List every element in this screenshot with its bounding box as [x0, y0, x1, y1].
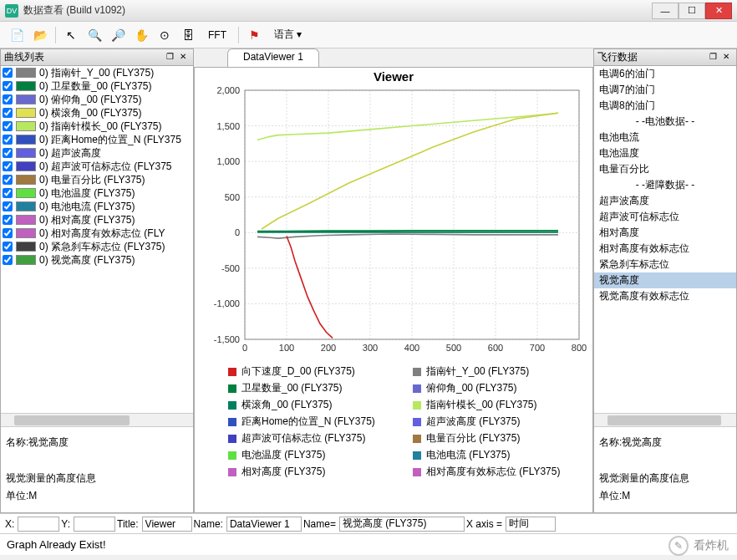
curve-row[interactable]: 0) 电池电流 (FLY375) [1, 200, 193, 213]
curve-row[interactable]: 0) 超声波可信标志位 (FLY375 [1, 160, 193, 173]
chart-area[interactable]: Viewer 0100200300400500600700800-1,500-1… [194, 67, 593, 513]
curve-checkbox[interactable] [3, 108, 13, 118]
curve-row[interactable]: 0) 指南针_Y_00 (FLY375) [1, 66, 193, 79]
svg-text:500: 500 [446, 343, 461, 353]
curve-label: 0) 超声波可信标志位 (FLY375 [39, 160, 171, 174]
zoom-fit-icon[interactable]: ⊙ [155, 25, 175, 45]
cursor-icon[interactable]: ↖ [61, 25, 81, 45]
curve-label: 0) 电池温度 (FLY375) [39, 186, 135, 201]
app-favicon: DV [5, 4, 18, 18]
curve-label: 0) 卫星数量_00 (FLY375) [39, 79, 152, 94]
flight-data-item[interactable]: 视觉高度 [594, 272, 736, 288]
flight-data-item[interactable]: 视觉高度有效标志位 [594, 288, 736, 304]
curve-row[interactable]: 0) 相对高度有效标志位 (FLY [1, 227, 193, 240]
flight-data-hscroll[interactable] [594, 413, 736, 426]
flight-data-item[interactable]: 相对高度 [594, 225, 736, 241]
panel-undock-icon[interactable]: ❐ [163, 52, 176, 64]
curve-checkbox[interactable] [3, 148, 13, 158]
curve-row[interactable]: 0) 紧急刹车标志位 (FLY375) [1, 240, 193, 253]
curve-checkbox[interactable] [3, 161, 13, 171]
hand-pan-icon[interactable]: ✋ [131, 25, 151, 45]
curve-checkbox[interactable] [3, 242, 13, 252]
flight-data-item[interactable]: 超声波高度 [594, 193, 736, 209]
tab-dataviewer1[interactable]: DataViewer 1 [227, 48, 319, 67]
minimize-button[interactable]: — [652, 3, 679, 19]
curve-list-hscroll[interactable] [1, 413, 193, 426]
curve-checkbox[interactable] [3, 215, 13, 225]
curve-label: 0) 横滚角_00 (FLY375) [39, 106, 142, 120]
curve-row[interactable]: 0) 视觉高度 (FLY375) [1, 253, 193, 267]
chart-plot[interactable]: 0100200300400500600700800-1,500-1,000-50… [195, 85, 587, 361]
status-name-input[interactable] [226, 517, 302, 532]
legend-label: 距离Home的位置_N (FLY375) [241, 415, 375, 429]
legend-item: 指南针_Y_00 (FLY375) [413, 364, 584, 379]
chart-legend: 向下速度_D_00 (FLY375)指南针_Y_00 (FLY375)卫星数量_… [195, 361, 592, 503]
status-xaxis-input[interactable] [506, 517, 556, 532]
curve-color-swatch [16, 255, 36, 265]
curve-checkbox[interactable] [3, 255, 13, 265]
curve-color-swatch [16, 148, 36, 158]
legend-label: 超声波高度 (FLY375) [426, 415, 520, 429]
curve-checkbox[interactable] [3, 94, 13, 104]
language-dropdown[interactable]: 语言 ▾ [267, 25, 308, 44]
curve-color-swatch [16, 215, 36, 225]
curve-row[interactable]: 0) 俯仰角_00 (FLY375) [1, 93, 193, 106]
curve-checkbox[interactable] [3, 188, 13, 198]
curve-list[interactable]: 0) 指南针_Y_00 (FLY375) 0) 卫星数量_00 (FLY375)… [1, 66, 193, 413]
curve-checkbox[interactable] [3, 135, 13, 145]
legend-label: 相对高度 (FLY375) [241, 465, 325, 479]
curve-row[interactable]: 0) 距离Home的位置_N (FLY375 [1, 133, 193, 146]
curve-checkbox[interactable] [3, 228, 13, 238]
status-title-input[interactable] [142, 517, 192, 532]
center-panel: DataViewer 1 Viewer 01002003004005006007… [194, 48, 593, 513]
curve-checkbox[interactable] [3, 81, 13, 91]
status-x-input[interactable] [18, 517, 59, 532]
status-bar: X: Y: Title: Name: Name= X axis = [0, 513, 737, 533]
flight-data-item[interactable]: 电量百分比 [594, 161, 736, 177]
panel-close-icon[interactable]: ✕ [719, 52, 733, 64]
svg-text:600: 600 [488, 343, 503, 353]
folder-open-icon[interactable]: 📂 [30, 25, 50, 45]
flight-data-item[interactable]: 相对高度有效标志位 [594, 241, 736, 257]
status-name2-input[interactable] [339, 517, 465, 532]
panel-close-icon[interactable]: ✕ [176, 52, 190, 64]
legend-item: 横滚角_00 (FLY375) [228, 398, 399, 412]
svg-text:-1,500: -1,500 [214, 334, 240, 344]
status-y-input[interactable] [74, 517, 115, 532]
zoom-in-icon[interactable]: 🔍 [84, 25, 104, 45]
flight-data-item[interactable]: 电调8的油门 [594, 98, 736, 114]
flight-data-item[interactable]: 电池电流 [594, 130, 736, 145]
svg-text:-500: -500 [221, 263, 240, 273]
legend-swatch [228, 435, 236, 443]
curve-row[interactable]: 0) 横滚角_00 (FLY375) [1, 106, 193, 120]
svg-text:800: 800 [572, 343, 587, 353]
curve-row[interactable]: 0) 超声波高度 [1, 146, 193, 160]
flight-data-list[interactable]: 电调6的油门电调7的油门电调8的油门- -电池数据- -电池电流电池温度电量百分… [594, 66, 736, 413]
close-button[interactable]: ✕ [705, 3, 732, 19]
file-new-icon[interactable]: 📄 [7, 25, 27, 45]
flight-data-item[interactable]: 紧急刹车标志位 [594, 257, 736, 272]
curve-label: 0) 指南针模长_00 (FLY375) [39, 120, 162, 134]
curve-row[interactable]: 0) 电量百分比 (FLY375) [1, 173, 193, 186]
flight-data-item[interactable]: 电池温度 [594, 145, 736, 161]
curve-checkbox[interactable] [3, 175, 13, 185]
svg-text:2,000: 2,000 [216, 85, 240, 95]
database-icon[interactable]: 🗄 [178, 25, 198, 45]
flag-icon[interactable]: ⚑ [244, 25, 264, 45]
watermark: ✎ 看炸机 [668, 536, 729, 556]
curve-row[interactable]: 0) 相对高度 (FLY375) [1, 213, 193, 227]
curve-checkbox[interactable] [3, 201, 13, 211]
curve-checkbox[interactable] [3, 68, 13, 78]
flight-data-item[interactable]: 超声波可信标志位 [594, 209, 736, 225]
flight-data-item[interactable]: 电调6的油门 [594, 66, 736, 82]
curve-row[interactable]: 0) 电池温度 (FLY375) [1, 186, 193, 200]
flight-data-item[interactable]: 电调7的油门 [594, 82, 736, 98]
curve-row[interactable]: 0) 卫星数量_00 (FLY375) [1, 79, 193, 93]
maximize-button[interactable]: ☐ [679, 3, 705, 19]
curve-row[interactable]: 0) 指南针模长_00 (FLY375) [1, 120, 193, 133]
zoom-out-icon[interactable]: 🔎 [108, 25, 128, 45]
panel-undock-icon[interactable]: ❐ [706, 52, 719, 64]
flight-data-info-box: 名称:视觉高度 视觉测量的高度信息 单位:M [594, 426, 736, 512]
curve-checkbox[interactable] [3, 121, 13, 131]
fft-button[interactable]: FFT [201, 27, 233, 43]
